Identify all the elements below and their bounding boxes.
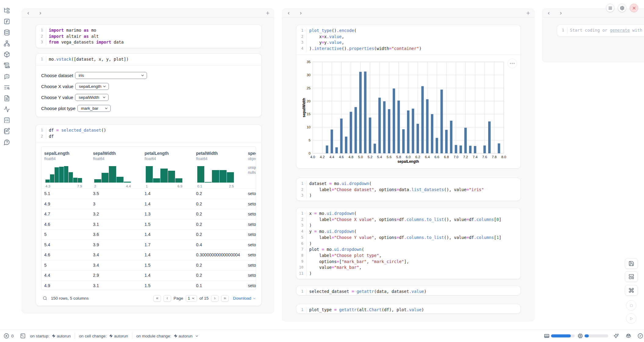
command-palette-button[interactable] — [625, 285, 638, 296]
chart-actions-button[interactable] — [507, 59, 517, 68]
cell-column-1-3[interactable]: 12 df = selected_dataset()df sepalLength… — [36, 124, 262, 306]
sidebar-documentation-button[interactable] — [1, 82, 12, 93]
column-name: petalWidth — [196, 151, 218, 156]
runtime-config-item[interactable]: on startup:autorun — [30, 334, 71, 338]
table-cell: 4.4 — [41, 270, 90, 280]
ai-assistant-button[interactable] — [614, 333, 619, 339]
cell-column-2-1[interactable]: 1234 plot_type().encode( x=x.value, y=y.… — [296, 25, 521, 169]
table-cell: 3.1 — [90, 219, 142, 230]
table-column-header[interactable]: petalLength float64 16.9 — [142, 147, 193, 188]
cell-column-2-5[interactable]: 1 plot_type = getattr(alt.Chart(df), plo… — [296, 304, 521, 314]
save-button[interactable] — [625, 258, 638, 269]
page-select[interactable]: 1 — [186, 295, 197, 302]
tracing-icon — [4, 106, 10, 112]
column-prev-button[interactable] — [285, 10, 292, 16]
column-prev-button[interactable] — [545, 10, 552, 16]
layout-button[interactable] — [625, 271, 638, 282]
dropdown-select-1[interactable]: sepalLength — [75, 83, 109, 90]
code-editor[interactable]: 1 mo.vstack([dataset, x, y, plot]) — [36, 54, 261, 62]
table-row[interactable]: 4.63.11.50.2setosa — [41, 219, 256, 230]
table-column-header[interactable]: petalWidth float64 0.12.5 — [193, 147, 245, 188]
sidebar-variables-button[interactable] — [1, 16, 12, 27]
copilot-button[interactable] — [626, 333, 631, 339]
table-row[interactable]: 5.43.91.70.4setosa — [41, 240, 256, 250]
cell-column-2-2[interactable]: 123 dataset = mo.ui.dropdown( label="Cho… — [296, 178, 521, 201]
sidebar-logs-button[interactable] — [1, 60, 12, 71]
shutdown-button[interactable] — [630, 4, 638, 12]
dataframe-table[interactable]: sepalLength float64 4.37.9sepalWidth flo… — [41, 146, 256, 290]
errors-button[interactable] — [4, 333, 9, 339]
table-cell: setosa — [245, 199, 256, 209]
code-editor[interactable]: 1234567891011 x = mo.ui.dropdown( label=… — [296, 208, 521, 277]
code-editor[interactable]: 1 Start coding or generate with — [557, 25, 644, 34]
dropdown-select-0[interactable]: iris — [75, 72, 147, 79]
table-row[interactable]: 4.931.40.2setosa — [41, 199, 256, 209]
code-editor[interactable]: 1234 plot_type().encode( x=x.value, y=y.… — [296, 25, 521, 52]
table-cell: setosa — [245, 270, 256, 280]
table-cell: 1.5 — [142, 219, 193, 230]
sidebar-data-sources-button[interactable] — [1, 27, 12, 38]
code-editor[interactable]: 1 selected_dataset = getattr(data, datas… — [296, 286, 521, 295]
table-column-header[interactable]: sepalLength float64 4.37.9 — [41, 147, 90, 188]
settings-button[interactable] — [618, 4, 626, 12]
code-editor[interactable]: 123 dataset = mo.ui.dropdown( label="Cho… — [296, 178, 521, 199]
table-row[interactable]: 4.93.11.50.1setosa — [41, 280, 256, 290]
last-page-button[interactable] — [221, 295, 229, 302]
download-button[interactable]: Download — [233, 296, 256, 301]
cell-column-1-2[interactable]: 1 mo.vstack([dataset, x, y, plot]) Choos… — [36, 53, 262, 117]
altair-bar-chart[interactable]: 051015202530354.04.24.44.64.85.05.25.45.… — [296, 54, 521, 169]
generate-with-ai-link[interactable]: generate — [610, 28, 630, 33]
table-row[interactable]: 4.73.21.30.2setosa — [41, 209, 256, 219]
svg-text:6.8: 6.8 — [444, 155, 449, 159]
code-editor[interactable]: 1 plot_type = getattr(alt.Chart(df), plo… — [296, 304, 521, 313]
sidebar-chat-button[interactable] — [1, 71, 12, 82]
column-next-button[interactable] — [37, 10, 44, 16]
table-column-header[interactable]: species objectuniquenulls: — [245, 147, 256, 188]
dropdown-select-3[interactable]: mark_bar — [77, 105, 111, 112]
sidebar-tracing-button[interactable] — [1, 104, 12, 115]
table-row[interactable]: 53.61.40.2setosa — [41, 229, 256, 240]
stop-button[interactable] — [626, 300, 636, 311]
column-prev-button[interactable] — [25, 10, 31, 16]
run-button[interactable] — [626, 313, 636, 324]
prev-page-button[interactable] — [163, 295, 171, 302]
svg-text:25: 25 — [307, 86, 311, 90]
cpu-icon — [578, 333, 583, 339]
table-row[interactable]: 4.42.91.40.2setosa — [41, 270, 256, 280]
code-editor[interactable]: 123 import marimo as moimport altair as … — [36, 25, 261, 45]
sidebar-help-button[interactable] — [1, 137, 12, 148]
table-row[interactable]: 4.63.41.40.30000000000000004setosa — [41, 250, 256, 260]
runtime-config-item[interactable]: on module change:autorun — [136, 334, 199, 338]
table-cell: setosa — [245, 209, 256, 219]
dropdown-select-2[interactable]: sepalWidth — [75, 94, 109, 101]
svg-text:4.4: 4.4 — [329, 155, 335, 159]
code-editor[interactable]: 12 df = selected_dataset()df — [36, 125, 261, 139]
table-column-header[interactable]: sepalWidth float64 24.4 — [90, 147, 142, 188]
sidebar-packages-button[interactable] — [1, 49, 12, 60]
next-page-button[interactable] — [211, 295, 219, 302]
sidebar-file-explorer-button[interactable] — [1, 5, 12, 16]
sidebar-scratchpad-button[interactable] — [1, 126, 12, 137]
cell-column-2-4[interactable]: 1 selected_dataset = getattr(data, datas… — [296, 286, 521, 295]
runtime-config-item[interactable]: on cell change:autorun — [79, 334, 128, 338]
column-next-button[interactable] — [297, 10, 304, 16]
table-row[interactable]: 53.41.50.2setosa — [41, 260, 256, 270]
svg-text:15: 15 — [307, 112, 311, 116]
cell-column-3-1[interactable]: 1 Start coding or generate with — [557, 24, 644, 37]
sidebar-dependencies-button[interactable] — [1, 38, 12, 49]
svg-text:4.8: 4.8 — [349, 155, 353, 159]
terminal-button[interactable] — [20, 333, 26, 339]
svg-text:7.0: 7.0 — [453, 155, 458, 159]
sidebar-outline-button[interactable] — [1, 93, 12, 104]
column-next-button[interactable] — [557, 10, 564, 16]
cell-column-1-1[interactable]: 123 import marimo as moimport altair as … — [36, 24, 262, 48]
menu-button[interactable] — [606, 4, 614, 12]
search-icon[interactable] — [43, 296, 47, 301]
table-row[interactable]: 5.13.51.40.2setosa — [41, 188, 256, 199]
cell-column-2-3[interactable]: 1234567891011 x = mo.ui.dropdown( label=… — [296, 208, 521, 279]
add-cell-button[interactable] — [264, 10, 271, 16]
add-cell-button[interactable] — [525, 10, 531, 16]
table-cell: 5.4 — [41, 240, 90, 250]
first-page-button[interactable] — [153, 295, 161, 302]
sidebar-snippets-button[interactable] — [1, 115, 12, 126]
